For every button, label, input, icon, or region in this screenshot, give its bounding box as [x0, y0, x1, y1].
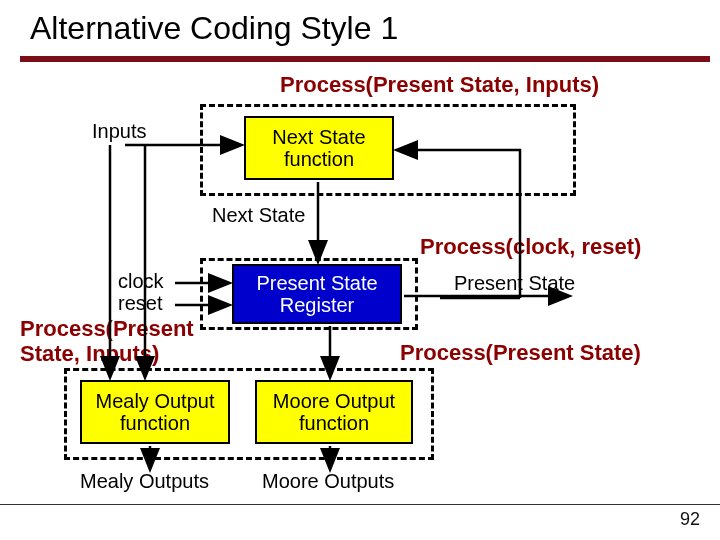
label-reset: reset — [118, 292, 162, 315]
box-mealy-output-function: Mealy Output function — [80, 380, 230, 444]
process-label-left: Process(Present State, Inputs) — [20, 316, 194, 367]
box-present-state-register: Present State Register — [232, 264, 402, 324]
box-next-state-function: Next State function — [244, 116, 394, 180]
process-label-present-state: Process(Present State) — [400, 340, 641, 366]
box-moore-output-function: Moore Output function — [255, 380, 413, 444]
label-next-state: Next State — [212, 204, 305, 227]
footer-line — [0, 504, 720, 505]
process-label-clock-reset: Process(clock, reset) — [420, 234, 641, 260]
process-label-top: Process(Present State, Inputs) — [280, 72, 599, 98]
label-present-state: Present State — [454, 272, 575, 295]
slide-title: Alternative Coding Style 1 — [30, 10, 398, 47]
title-underline — [20, 56, 710, 62]
label-mealy-outputs: Mealy Outputs — [80, 470, 209, 493]
slide: Alternative Coding Style 1 92 Process(Pr… — [0, 0, 720, 540]
page-number: 92 — [680, 509, 700, 530]
label-inputs: Inputs — [92, 120, 146, 143]
label-moore-outputs: Moore Outputs — [262, 470, 394, 493]
label-clock: clock — [118, 270, 164, 293]
